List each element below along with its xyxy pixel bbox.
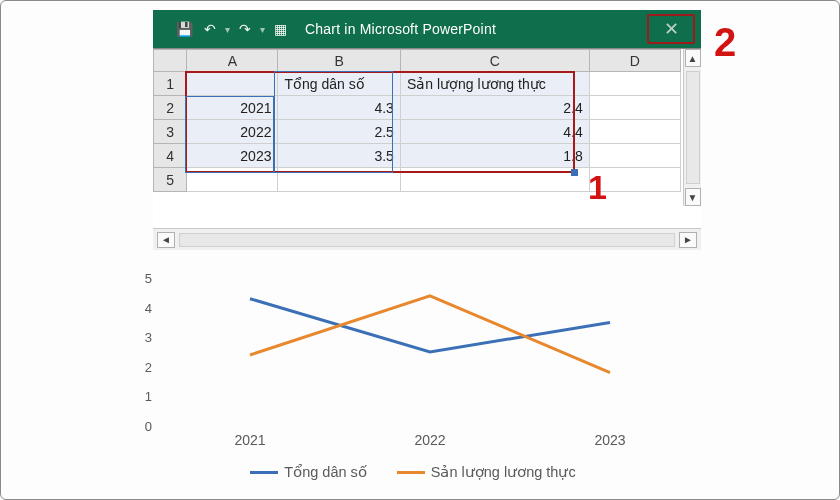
cell-d4[interactable] — [589, 144, 680, 168]
horizontal-scrollbar[interactable]: ◄ ► — [153, 228, 701, 250]
close-icon: ✕ — [664, 20, 679, 38]
col-header-b[interactable]: B — [278, 50, 400, 72]
ytick-3: 3 — [145, 330, 160, 345]
save-icon[interactable]: 💾 — [171, 16, 197, 42]
cell-a2[interactable]: 2021 — [187, 96, 278, 120]
ytick-5: 5 — [145, 271, 160, 286]
vertical-scrollbar[interactable]: ▲ ▼ — [683, 49, 701, 206]
ytick-0: 0 — [145, 419, 160, 434]
series-a-line — [250, 299, 610, 352]
table-row: 4 2023 3.5 1.8 — [154, 144, 681, 168]
xtick-0: 2021 — [234, 426, 265, 448]
xtick-1: 2022 — [414, 426, 445, 448]
scroll-left-icon[interactable]: ◄ — [157, 232, 175, 248]
hscroll-track[interactable] — [179, 233, 675, 247]
cell-d3[interactable] — [589, 120, 680, 144]
spreadsheet-area: A B C D 1 Tổng dân số Sản lượng lương th… — [153, 48, 701, 228]
annotation-2: 2 — [714, 20, 736, 65]
undo-icon[interactable]: ↶ — [197, 16, 223, 42]
col-header-a[interactable]: A — [187, 50, 278, 72]
corner-cell[interactable] — [154, 50, 187, 72]
cell-b2[interactable]: 4.3 — [278, 96, 400, 120]
close-button[interactable]: ✕ — [647, 14, 695, 44]
scroll-down-icon[interactable]: ▼ — [685, 188, 701, 206]
cell-c3[interactable]: 4.4 — [400, 120, 589, 144]
cell-d1[interactable] — [589, 72, 680, 96]
cell-b4[interactable]: 3.5 — [278, 144, 400, 168]
col-header-d[interactable]: D — [589, 50, 680, 72]
cell-b3[interactable]: 2.5 — [278, 120, 400, 144]
legend-label-a: Tổng dân số — [284, 464, 367, 480]
annotation-1: 1 — [588, 168, 607, 207]
row-header-4[interactable]: 4 — [154, 144, 187, 168]
cell-a3[interactable]: 2022 — [187, 120, 278, 144]
cell-b5[interactable] — [278, 168, 400, 192]
cell-c4[interactable]: 1.8 — [400, 144, 589, 168]
legend-item-a: Tổng dân số — [250, 464, 367, 480]
legend-swatch-a — [250, 471, 278, 474]
plot-area: 0 1 2 3 4 5 2021 2022 2023 — [160, 278, 700, 426]
legend-label-b: Sản lượng lương thực — [431, 464, 576, 480]
col-header-c[interactable]: C — [400, 50, 589, 72]
cell-c5[interactable] — [400, 168, 589, 192]
scroll-right-icon[interactable]: ► — [679, 232, 697, 248]
cell-c1[interactable]: Sản lượng lương thực — [400, 72, 589, 96]
row-header-2[interactable]: 2 — [154, 96, 187, 120]
edit-data-icon[interactable]: ▦ — [267, 16, 293, 42]
row-header-3[interactable]: 3 — [154, 120, 187, 144]
legend-swatch-b — [397, 471, 425, 474]
cell-a5[interactable] — [187, 168, 278, 192]
cell-a4[interactable]: 2023 — [187, 144, 278, 168]
undo-dropdown-icon[interactable]: ▾ — [223, 24, 232, 35]
cell-d2[interactable] — [589, 96, 680, 120]
cell-a1[interactable] — [187, 72, 278, 96]
table-row: 3 2022 2.5 4.4 — [154, 120, 681, 144]
row-header-1[interactable]: 1 — [154, 72, 187, 96]
row-header-5[interactable]: 5 — [154, 168, 187, 192]
window-title: Chart in Microsoft PowerPoint — [305, 21, 496, 37]
cell-b1[interactable]: Tổng dân số — [278, 72, 400, 96]
redo-dropdown-icon[interactable]: ▾ — [258, 24, 267, 35]
chart-legend: Tổng dân số Sản lượng lương thực — [118, 464, 708, 480]
series-b-line — [250, 296, 610, 373]
vscroll-track[interactable] — [686, 71, 700, 184]
ytick-4: 4 — [145, 300, 160, 315]
redo-icon[interactable]: ↷ — [232, 16, 258, 42]
legend-item-b: Sản lượng lương thực — [397, 464, 576, 480]
ytick-2: 2 — [145, 359, 160, 374]
table-row: 1 Tổng dân số Sản lượng lương thực — [154, 72, 681, 96]
scroll-up-icon[interactable]: ▲ — [685, 49, 701, 67]
line-chart: 0 1 2 3 4 5 2021 2022 2023 Tổng dân số S… — [118, 278, 708, 480]
chart-data-editor-window: 💾 ↶ ▾ ↷ ▾ ▦ Chart in Microsoft PowerPoin… — [153, 10, 701, 250]
cell-c2[interactable]: 2.4 — [400, 96, 589, 120]
xtick-2: 2023 — [594, 426, 625, 448]
table-row: 2 2021 4.3 2.4 — [154, 96, 681, 120]
titlebar: 💾 ↶ ▾ ↷ ▾ ▦ Chart in Microsoft PowerPoin… — [153, 10, 701, 48]
chart-svg — [160, 278, 700, 426]
ytick-1: 1 — [145, 389, 160, 404]
range-handle[interactable] — [571, 169, 578, 176]
